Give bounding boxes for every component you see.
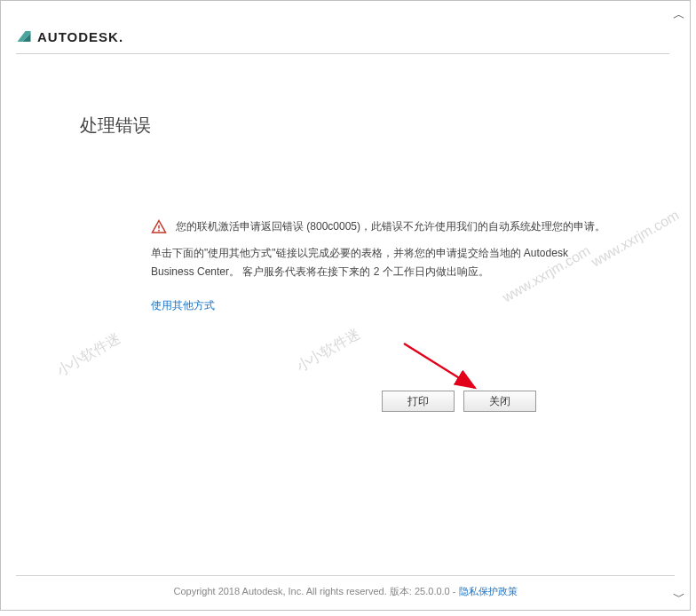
- page-title: 处理错误: [80, 114, 151, 138]
- scroll-up-icon[interactable]: ︿: [673, 7, 685, 23]
- header-divider: [16, 53, 669, 54]
- warning-icon: [151, 217, 167, 235]
- logo-text: AUTODESK.: [37, 29, 123, 44]
- logo-area: AUTODESK.: [16, 28, 123, 44]
- content-area: 您的联机激活申请返回错误 (800c0005)，此错误不允许使用我们的自动系统处…: [151, 217, 607, 315]
- use-other-method-link[interactable]: 使用其他方式: [151, 299, 215, 312]
- error-message: 您的联机激活申请返回错误 (800c0005)，此错误不允许使用我们的自动系统处…: [176, 217, 607, 237]
- footer: Copyright 2018 Autodesk, Inc. All rights…: [0, 575, 691, 598]
- copyright-text: Copyright 2018 Autodesk, Inc. All rights…: [174, 586, 459, 596]
- privacy-policy-link[interactable]: 隐私保护政策: [459, 586, 518, 596]
- print-button[interactable]: 打印: [382, 391, 455, 412]
- close-button[interactable]: 关闭: [463, 391, 536, 412]
- button-row: 打印 关闭: [382, 391, 536, 412]
- instruction-text: 单击下面的"使用其他方式"链接以完成必要的表格，并将您的申请提交给当地的 Aut…: [151, 244, 607, 282]
- footer-divider: [16, 575, 675, 576]
- svg-point-1: [158, 230, 160, 232]
- autodesk-logo-icon: [16, 28, 32, 44]
- error-row: 您的联机激活申请返回错误 (800c0005)，此错误不允许使用我们的自动系统处…: [151, 217, 607, 237]
